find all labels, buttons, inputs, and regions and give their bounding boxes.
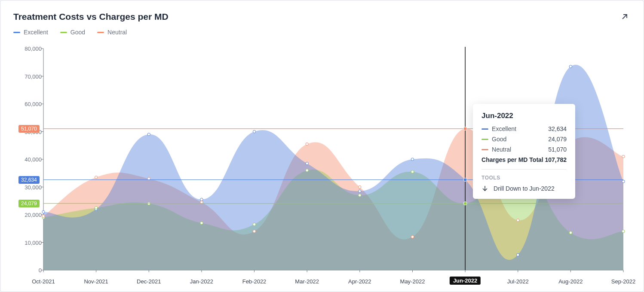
card-header: Treatment Costs vs Charges per MD [13, 11, 631, 23]
x-tick-label: Jan-2022 [190, 278, 213, 285]
expand-button[interactable] [619, 11, 631, 23]
tooltip-series-value: 51,070 [548, 146, 567, 153]
tooltip-total: Charges per MD Total 107,782 [481, 156, 567, 170]
tooltip-row: Neutral 51,070 [481, 146, 567, 153]
legend-item-excellent[interactable]: Excellent [13, 29, 48, 36]
tooltip-series-label: Good [492, 136, 545, 143]
drilldown-icon [481, 185, 488, 192]
y-tick-label: 0 [39, 267, 42, 274]
axis-badge-good: 24,079 [18, 200, 40, 207]
expand-icon [620, 12, 629, 21]
legend-swatch [97, 32, 104, 33]
chart-overlay: 010,00020,00030,00040,00050,00060,00070,… [13, 43, 629, 283]
axis-badge-excellent: 32,634 [18, 176, 40, 184]
legend-label: Good [71, 29, 85, 36]
drilldown-button[interactable]: Drill Down to Jun-2022 [481, 185, 555, 192]
y-tick-label: 30,000 [25, 184, 42, 190]
tooltip-row: Good 24,079 [481, 136, 567, 143]
y-tick-label: 80,000 [25, 46, 42, 52]
tooltip: Jun-2022 Excellent 32,634 Good 24,079 Ne… [473, 104, 575, 199]
legend-swatch [13, 32, 20, 33]
tooltip-total-label: Charges per MD Total [481, 156, 543, 163]
tooltip-total-value: 107,782 [545, 156, 567, 163]
tooltip-row: Excellent 32,634 [481, 125, 567, 132]
tooltip-swatch [481, 128, 488, 130]
tooltip-series-value: 32,634 [548, 125, 567, 132]
legend-swatch [60, 32, 67, 33]
legend-item-good[interactable]: Good [60, 29, 85, 36]
tooltip-series-value: 24,079 [548, 136, 567, 143]
drilldown-label: Drill Down to Jun-2022 [494, 185, 555, 192]
x-tick-label: Oct-2021 [32, 278, 55, 285]
svg-line-0 [623, 15, 627, 19]
y-tick-label: 60,000 [25, 101, 42, 107]
x-tick-label: Aug-2022 [558, 278, 583, 285]
tooltip-series-label: Excellent [492, 125, 545, 132]
y-tick-label: 40,000 [25, 156, 42, 163]
x-tick-label: Apr-2022 [348, 278, 371, 285]
tooltip-swatch [481, 149, 488, 150]
x-tick-label: Nov-2021 [84, 278, 108, 285]
legend-label: Neutral [107, 29, 127, 36]
tooltip-title: Jun-2022 [481, 112, 567, 120]
legend-label: Excellent [24, 29, 48, 36]
chart-title: Treatment Costs vs Charges per MD [13, 12, 169, 22]
x-tick-label: Mar-2022 [295, 278, 319, 285]
legend-item-neutral[interactable]: Neutral [97, 29, 127, 36]
x-tick-label: May-2022 [400, 278, 425, 285]
x-tick-label: Feb-2022 [242, 278, 267, 285]
x-tick-label: Jul-2022 [507, 278, 529, 285]
legend: ExcellentGoodNeutral [13, 29, 127, 36]
x-tick-label: Sep-2022 [611, 278, 635, 285]
tooltip-series-label: Neutral [492, 146, 545, 153]
plot-area[interactable]: 010,00020,00030,00040,00050,00060,00070,… [13, 43, 629, 283]
x-tick-label: Dec-2021 [137, 278, 161, 285]
tooltip-swatch [481, 139, 488, 140]
x-tick-label: Jun-2022 [450, 277, 481, 285]
chart-card: Treatment Costs vs Charges per MD Excell… [0, 0, 644, 292]
y-tick-label: 10,000 [25, 239, 42, 246]
axis-badge-neutral: 51,070 [18, 125, 40, 133]
y-tick-label: 20,000 [25, 212, 42, 218]
y-tick-label: 70,000 [25, 73, 42, 79]
tooltip-tools-label: TOOLS [481, 175, 567, 181]
